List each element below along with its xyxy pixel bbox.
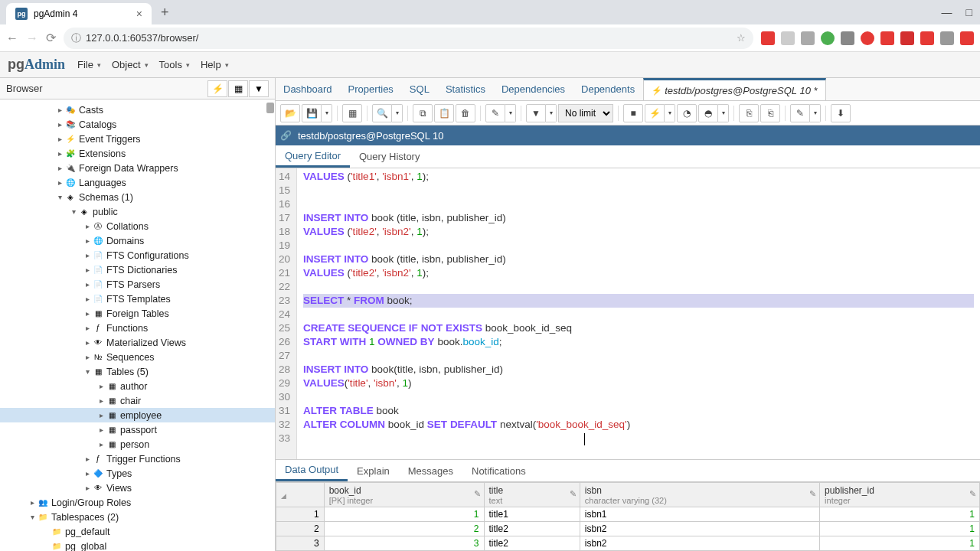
execute-dropdown-icon[interactable]: ▾ bbox=[665, 104, 675, 122]
stop-icon[interactable]: ■ bbox=[623, 104, 643, 122]
tab-sql[interactable]: SQL bbox=[402, 78, 438, 100]
tree-item[interactable]: ▾◈Schemas (1) bbox=[0, 190, 275, 204]
chevron-icon[interactable]: ▸ bbox=[83, 338, 92, 347]
tab-dependencies[interactable]: Dependencies bbox=[494, 78, 573, 100]
tree-item[interactable]: ▸⚡Event Triggers bbox=[0, 132, 275, 146]
ext-icon[interactable] bbox=[940, 31, 954, 45]
reload-icon[interactable]: ⟳ bbox=[46, 31, 56, 45]
row-header[interactable] bbox=[276, 483, 325, 507]
menu-tools[interactable]: Tools bbox=[155, 56, 194, 73]
tree-item[interactable]: ▸ƒFunctions bbox=[0, 321, 275, 335]
clear-dropdown-icon[interactable]: ▾ bbox=[810, 104, 821, 122]
subtab-query-editor[interactable]: Query Editor bbox=[276, 145, 350, 168]
tree-item[interactable]: ▸▦person bbox=[0, 437, 275, 452]
tree-item[interactable]: ▸▦passport bbox=[0, 422, 275, 437]
ext-icon[interactable] bbox=[801, 31, 815, 45]
chevron-icon[interactable]: ▸ bbox=[96, 440, 106, 448]
grid-icon[interactable]: ▦ bbox=[228, 80, 248, 97]
chevron-icon[interactable]: ▸ bbox=[55, 149, 64, 158]
column-header[interactable]: titletext✎ bbox=[484, 483, 580, 507]
chevron-icon[interactable]: ▸ bbox=[83, 251, 92, 259]
tree-item[interactable]: ▸▦Foreign Tables bbox=[0, 306, 275, 321]
ext-icon[interactable] bbox=[880, 31, 894, 45]
tree-item[interactable]: ▸🔷Types bbox=[0, 466, 275, 481]
subtab-query-history[interactable]: Query History bbox=[350, 145, 429, 168]
chevron-icon[interactable]: ▸ bbox=[83, 280, 92, 289]
chevron-icon[interactable]: ▸ bbox=[55, 164, 64, 172]
tree-item[interactable]: ▸▦employee bbox=[0, 408, 275, 422]
search-dropdown-icon[interactable]: ▾ bbox=[392, 104, 403, 122]
browser-tab[interactable]: pg pgAdmin 4 × bbox=[6, 3, 152, 24]
explain-analyze-icon[interactable]: ◓ bbox=[698, 104, 718, 122]
back-icon[interactable]: ← bbox=[6, 31, 18, 45]
edit-icon[interactable]: ✎ bbox=[485, 104, 505, 122]
menu-object[interactable]: Object bbox=[107, 56, 153, 73]
chevron-icon[interactable]: ▸ bbox=[96, 425, 106, 434]
ext-icon[interactable] bbox=[821, 31, 835, 45]
column-header[interactable]: isbncharacter varying (32)✎ bbox=[580, 483, 819, 507]
table-row[interactable]: 33title2isbn21 bbox=[276, 536, 980, 551]
column-header[interactable]: publisher_idinteger✎ bbox=[820, 483, 980, 507]
tab-dependents[interactable]: Dependents bbox=[573, 78, 643, 100]
tab-dashboard[interactable]: Dashboard bbox=[276, 78, 341, 100]
tree-item[interactable]: ▸🎭Casts bbox=[0, 103, 275, 117]
search-icon[interactable]: 🔍 bbox=[372, 104, 392, 122]
result-tab-explain[interactable]: Explain bbox=[348, 460, 399, 481]
tree-item[interactable]: ▾📁Tablespaces (2) bbox=[0, 510, 275, 524]
sql-editor[interactable]: 1415161718192021222324252627282930313233… bbox=[276, 168, 980, 459]
tree-item[interactable]: ▸🌐Domains bbox=[0, 233, 275, 248]
chevron-icon[interactable]: ▸ bbox=[96, 382, 106, 390]
chevron-icon[interactable]: ▸ bbox=[83, 309, 92, 318]
tree-item[interactable]: ▸👁Views bbox=[0, 481, 275, 495]
chevron-icon[interactable]: ▸ bbox=[55, 135, 64, 143]
star-icon[interactable]: ☆ bbox=[737, 32, 746, 44]
tab-statistics[interactable]: Statistics bbox=[438, 78, 494, 100]
chevron-icon[interactable]: ▸ bbox=[83, 295, 92, 303]
limit-select[interactable]: No limit bbox=[558, 104, 613, 122]
new-tab-button[interactable]: + bbox=[161, 5, 169, 21]
chevron-icon[interactable]: ▾ bbox=[28, 513, 37, 521]
tree-item[interactable]: ▸ⒶCollations bbox=[0, 219, 275, 233]
tree-item[interactable]: ▸🌐Languages bbox=[0, 175, 275, 190]
chevron-icon[interactable]: ▸ bbox=[83, 353, 92, 361]
open-file-icon[interactable]: 📂 bbox=[280, 104, 300, 122]
ext-icon[interactable] bbox=[920, 31, 934, 45]
tree-item[interactable]: ▸ƒTrigger Functions bbox=[0, 452, 275, 466]
save-data-icon[interactable]: ▦ bbox=[342, 104, 362, 122]
chevron-icon[interactable]: ▸ bbox=[96, 396, 106, 405]
tree-item[interactable]: ▸📄FTS Configurations bbox=[0, 248, 275, 262]
paste-icon[interactable]: 📋 bbox=[434, 104, 454, 122]
chevron-icon[interactable]: ▸ bbox=[83, 469, 92, 478]
maximize-icon[interactable]: □ bbox=[966, 6, 972, 18]
result-tab-notifications[interactable]: Notifications bbox=[462, 460, 535, 481]
result-tab-messages[interactable]: Messages bbox=[399, 460, 462, 481]
tree-item[interactable]: ▸📄FTS Dictionaries bbox=[0, 262, 275, 277]
tab-query-tool[interactable]: testdb/postgres@PostgreSQL 10 * bbox=[643, 78, 825, 100]
clear-icon[interactable]: ✎ bbox=[790, 104, 810, 122]
ext-icon[interactable] bbox=[900, 31, 914, 45]
save-icon[interactable]: 💾 bbox=[302, 104, 322, 122]
tree-item[interactable]: ▸🔌Foreign Data Wrappers bbox=[0, 161, 275, 175]
address-bar[interactable]: ⓘ 127.0.0.1:60537/browser/ ☆ bbox=[64, 28, 753, 49]
tree-item[interactable]: ▸👥Login/Group Roles bbox=[0, 495, 275, 510]
ext-icon[interactable] bbox=[841, 31, 854, 45]
explain-icon[interactable]: ◔ bbox=[677, 104, 697, 122]
tree-item[interactable]: ▸👁Materialized Views bbox=[0, 335, 275, 350]
tree-item[interactable]: ▸▦chair bbox=[0, 393, 275, 408]
chevron-icon[interactable]: ▸ bbox=[55, 120, 64, 129]
filter-icon[interactable]: ▼ bbox=[249, 80, 269, 97]
tree-item[interactable]: ▸№Sequences bbox=[0, 350, 275, 364]
bolt-icon[interactable]: ⚡ bbox=[207, 80, 227, 97]
download-icon[interactable]: ⬇ bbox=[831, 104, 851, 122]
explain-dropdown-icon[interactable]: ▾ bbox=[718, 104, 729, 122]
filter-dropdown-icon[interactable]: ▾ bbox=[546, 104, 557, 122]
tree-item[interactable]: ▸📄FTS Parsers bbox=[0, 277, 275, 292]
menu-file[interactable]: File bbox=[73, 56, 106, 73]
menu-help[interactable]: Help bbox=[196, 56, 234, 73]
save-dropdown-icon[interactable]: ▾ bbox=[322, 104, 332, 122]
chevron-icon[interactable]: ▾ bbox=[69, 207, 78, 216]
forward-icon[interactable]: → bbox=[26, 31, 38, 45]
chevron-icon[interactable]: ▸ bbox=[83, 484, 92, 492]
tree-item[interactable]: ▸🧩Extensions bbox=[0, 146, 275, 161]
minimize-icon[interactable]: — bbox=[942, 6, 952, 18]
